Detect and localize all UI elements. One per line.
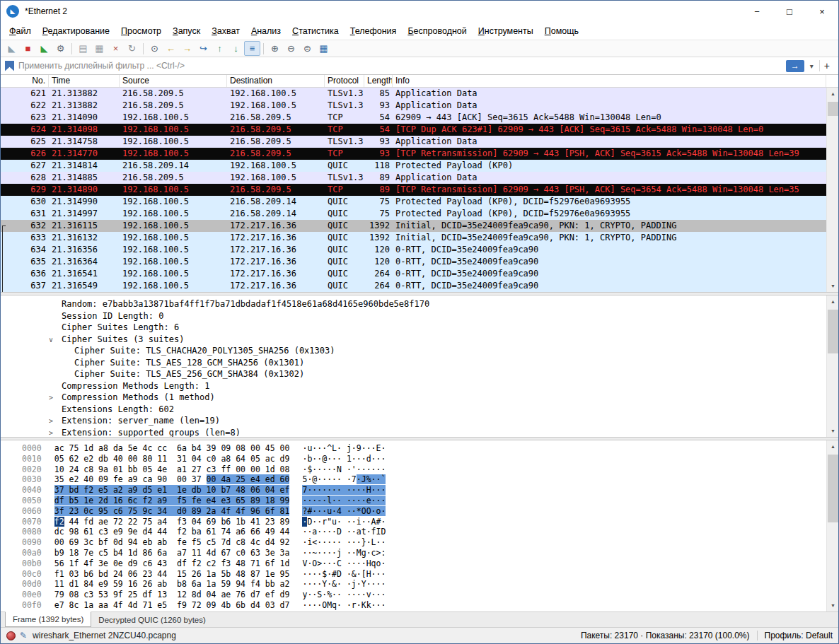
- ascii-char[interactable]: ·: [337, 496, 342, 505]
- hex-byte[interactable]: c0: [236, 548, 245, 558]
- hex-byte[interactable]: d9: [280, 590, 290, 599]
- ascii-char[interactable]: ·: [352, 496, 357, 505]
- bytes-tab-0[interactable]: Frame (1392 bytes): [5, 611, 91, 627]
- hex-byte[interactable]: fe: [113, 474, 123, 484]
- hex-byte[interactable]: c6: [113, 506, 123, 516]
- apply-filter-button[interactable]: →: [786, 60, 804, 72]
- hex-byte[interactable]: 05: [54, 454, 64, 464]
- hex-byte[interactable]: 1d: [83, 443, 93, 453]
- hex-byte[interactable]: 24: [113, 569, 123, 579]
- ascii-char[interactable]: ·: [361, 590, 366, 599]
- ascii-char[interactable]: ·: [352, 537, 357, 547]
- expand-arrow-icon[interactable]: >: [49, 428, 62, 438]
- hex-byte[interactable]: ae: [98, 517, 108, 527]
- hex-row[interactable]: 009000 69 3c bf 0d 94 eb ab fe f5 c5 7d …: [1, 537, 826, 548]
- ascii-char[interactable]: i: [357, 517, 361, 527]
- hex-byte[interactable]: 6a: [177, 443, 187, 453]
- ascii-char[interactable]: ·: [371, 485, 376, 495]
- hex-byte[interactable]: 37: [192, 474, 202, 484]
- hex-byte[interactable]: e7: [54, 600, 64, 610]
- ascii-char[interactable]: `: [381, 474, 386, 484]
- hex-byte[interactable]: 94: [236, 579, 245, 589]
- ascii-char[interactable]: #: [332, 569, 337, 579]
- ascii-char[interactable]: ·: [352, 517, 357, 527]
- hex-byte[interactable]: ac: [265, 454, 275, 464]
- hex-byte[interactable]: 64: [236, 454, 245, 464]
- hex-byte[interactable]: 8d: [192, 590, 202, 599]
- first-packet-icon[interactable]: ↑: [212, 41, 228, 56]
- open-file-icon[interactable]: ▤: [75, 41, 91, 56]
- hex-byte[interactable]: 59: [113, 579, 123, 589]
- hex-byte[interactable]: 27: [192, 464, 202, 474]
- packet-row[interactable]: 62621.314770192.168.100.5216.58.209.5TCP…: [1, 148, 826, 160]
- hex-byte[interactable]: 45: [265, 443, 275, 453]
- menu-capture[interactable]: Захват: [206, 24, 245, 38]
- ascii-char[interactable]: 1: [347, 454, 352, 464]
- detail-line[interactable]: Extensions Length: 602: [1, 404, 826, 416]
- hex-byte[interactable]: 44: [157, 569, 167, 579]
- ascii-char[interactable]: ·: [347, 527, 352, 537]
- ascii-char[interactable]: ·: [337, 474, 342, 484]
- ascii-char[interactable]: A: [371, 517, 376, 527]
- ascii-char[interactable]: ·: [361, 517, 366, 527]
- hex-row[interactable]: 0000ac 75 1d a8 da 5e 4c cc 6a b4 39 09 …: [1, 443, 826, 454]
- ascii-char[interactable]: &: [352, 569, 357, 579]
- ascii-char[interactable]: ·: [381, 506, 386, 516]
- close-button[interactable]: ×: [806, 1, 838, 22]
- hex-byte[interactable]: 2a: [207, 506, 216, 516]
- hex-byte[interactable]: 72: [192, 600, 202, 610]
- ascii-char[interactable]: K: [361, 600, 366, 610]
- ascii-char[interactable]: t: [361, 527, 366, 537]
- packet-row[interactable]: 63721.316549192.168.100.5172.217.16.36QU…: [1, 280, 826, 292]
- hex-byte[interactable]: 1f: [69, 558, 79, 568]
- hex-byte[interactable]: f3: [177, 517, 187, 527]
- hex-byte[interactable]: 7e: [83, 548, 93, 558]
- column-header-protocol[interactable]: Protocol: [325, 75, 364, 87]
- hex-byte[interactable]: 9f: [113, 590, 123, 599]
- ascii-char[interactable]: ·: [352, 485, 357, 495]
- hex-byte[interactable]: 16: [128, 579, 138, 589]
- hex-byte[interactable]: c3: [83, 590, 93, 599]
- hex-byte[interactable]: 8c: [69, 600, 79, 610]
- ascii-char[interactable]: ·: [347, 537, 352, 547]
- hex-byte[interactable]: ef: [265, 590, 275, 599]
- packet-row[interactable]: 63321.316132192.168.100.5172.217.16.36QU…: [1, 232, 826, 244]
- hex-byte[interactable]: e2: [83, 454, 93, 464]
- ascii-char[interactable]: D: [337, 569, 342, 579]
- ascii-char[interactable]: ·: [361, 496, 366, 505]
- hex-byte[interactable]: 92: [280, 537, 290, 547]
- ascii-char[interactable]: ·: [352, 558, 357, 568]
- hex-byte[interactable]: da: [113, 443, 123, 453]
- hex-byte[interactable]: 48: [236, 485, 245, 495]
- column-header-no[interactable]: No.: [1, 75, 49, 87]
- ascii-char[interactable]: ·: [381, 569, 386, 579]
- close-file-icon[interactable]: ×: [108, 41, 124, 56]
- ascii-char[interactable]: ·: [347, 558, 352, 568]
- ascii-char[interactable]: O: [366, 506, 371, 516]
- hex-byte[interactable]: c0: [207, 454, 216, 464]
- ascii-char[interactable]: ·: [357, 454, 361, 464]
- hex-byte[interactable]: 90: [157, 474, 167, 484]
- ascii-char[interactable]: ·: [381, 590, 386, 599]
- scroll-down-icon[interactable]: ▼: [827, 280, 838, 292]
- hex-byte[interactable]: f3: [221, 558, 231, 568]
- hex-byte[interactable]: 1d: [265, 464, 275, 474]
- hex-byte[interactable]: b4: [113, 548, 123, 558]
- ascii-char[interactable]: ·: [332, 464, 337, 474]
- ascii-char[interactable]: ·: [332, 527, 337, 537]
- filter-bookmark-icon[interactable]: [5, 61, 14, 71]
- hex-byte[interactable]: 9a: [98, 464, 108, 474]
- hex-byte[interactable]: 44: [157, 527, 167, 537]
- hex-byte[interactable]: b8: [177, 579, 187, 589]
- hex-byte[interactable]: 44: [69, 517, 79, 527]
- ascii-char[interactable]: H: [366, 485, 371, 495]
- scrollbar-thumb[interactable]: [828, 102, 838, 116]
- ascii-char[interactable]: ·: [347, 517, 352, 527]
- ascii-char[interactable]: ·: [371, 464, 376, 474]
- ascii-char[interactable]: D: [337, 527, 342, 537]
- zoom-out-icon[interactable]: ⊖: [283, 41, 299, 56]
- hex-row[interactable]: 00e079 08 c3 53 9f 25 df 13 12 8d 04 ae …: [1, 590, 826, 600]
- hex-byte[interactable]: 11: [192, 548, 202, 558]
- add-filter-button[interactable]: +: [819, 60, 834, 71]
- hex-byte[interactable]: 4b: [221, 600, 231, 610]
